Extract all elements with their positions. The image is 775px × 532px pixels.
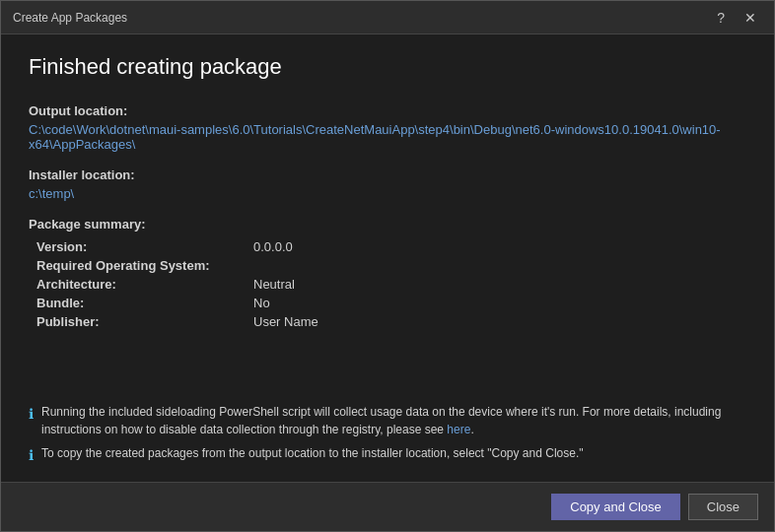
page-title: Finished creating package bbox=[29, 54, 746, 80]
copy-and-close-button[interactable]: Copy and Close bbox=[551, 494, 680, 520]
info-text-1-after: . bbox=[470, 423, 473, 436]
installer-location-value[interactable]: c:\temp\ bbox=[29, 186, 746, 201]
summary-row-bundle: Bundle: No bbox=[36, 296, 746, 310]
output-location-label: Output location: bbox=[29, 103, 746, 118]
os-key: Required Operating System: bbox=[36, 258, 253, 273]
info-icon-2: ℹ bbox=[29, 445, 34, 466]
summary-table: Version: 0.0.0.0 Required Operating Syst… bbox=[36, 239, 746, 333]
bundle-key: Bundle: bbox=[36, 296, 253, 310]
info-row-1: ℹ Running the included sideloading Power… bbox=[29, 403, 746, 438]
publisher-key: Publisher: bbox=[36, 314, 253, 329]
info-text-2: To copy the created packages from the ou… bbox=[41, 444, 584, 462]
arch-value: Neutral bbox=[253, 277, 295, 292]
version-value: 0.0.0.0 bbox=[253, 239, 293, 254]
bundle-value: No bbox=[253, 296, 270, 310]
info-icon-1: ℹ bbox=[29, 404, 34, 425]
installer-location-label: Installer location: bbox=[29, 167, 746, 182]
dialog-title: Create App Packages bbox=[13, 11, 127, 25]
version-key: Version: bbox=[36, 239, 253, 254]
dialog-body: Finished creating package Output locatio… bbox=[1, 34, 774, 482]
arch-key: Architecture: bbox=[36, 277, 253, 292]
close-title-button[interactable]: ✕ bbox=[739, 9, 762, 27]
info-section: ℹ Running the included sideloading Power… bbox=[29, 403, 746, 466]
publisher-value: User Name bbox=[253, 314, 318, 329]
package-summary-label: Package summary: bbox=[29, 217, 746, 232]
help-button[interactable]: ? bbox=[711, 9, 731, 27]
summary-row-os: Required Operating System: bbox=[36, 258, 746, 273]
dialog: Create App Packages ? ✕ Finished creatin… bbox=[0, 0, 775, 532]
info-text-1-main: Running the included sideloading PowerSh… bbox=[41, 405, 721, 436]
info-row-2: ℹ To copy the created packages from the … bbox=[29, 444, 746, 466]
info-text-1: Running the included sideloading PowerSh… bbox=[41, 403, 746, 438]
summary-row-publisher: Publisher: User Name bbox=[36, 314, 746, 329]
summary-row-arch: Architecture: Neutral bbox=[36, 277, 746, 292]
summary-row-version: Version: 0.0.0.0 bbox=[36, 239, 746, 254]
dialog-footer: Copy and Close Close bbox=[1, 482, 774, 531]
info-link-here[interactable]: here bbox=[447, 423, 470, 436]
title-bar-controls: ? ✕ bbox=[711, 9, 762, 27]
title-bar: Create App Packages ? ✕ bbox=[1, 1, 774, 34]
close-button[interactable]: Close bbox=[688, 494, 758, 520]
output-location-value[interactable]: C:\code\Work\dotnet\maui-samples\6.0\Tut… bbox=[29, 122, 746, 152]
